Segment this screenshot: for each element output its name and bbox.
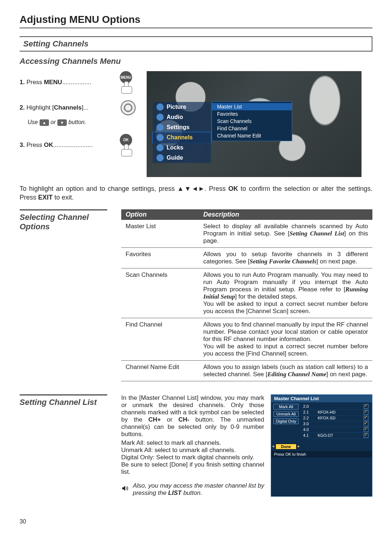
option-name: Scan Channels [121, 271, 199, 315]
steps-column: 1. Press MENU................. MENU 2. H… [20, 71, 136, 177]
option-desc: Allows you to setup favorite channels in… [199, 251, 372, 265]
setting-channel-list-label: Setting Channel List [20, 398, 107, 407]
label-rule [20, 209, 107, 210]
osd-tab-icon [156, 124, 164, 131]
osd-tab-locks: Locks [153, 143, 211, 153]
scl-line: Digital Only: Select to mark digital cha… [121, 454, 264, 461]
setting-channel-list-text: In the [Master Channel List] window, you… [121, 394, 264, 497]
mcl-row: 3.0 [302, 421, 370, 427]
selecting-channel-options-label: Selecting Channel Options [20, 213, 107, 231]
options-table: Option Description Master ListSelect to … [121, 209, 372, 381]
use-buttons-hint: Use ▲ or ▼ button. [28, 119, 136, 126]
option-name: Favorites [121, 251, 199, 265]
step1-dots: ................. [62, 79, 91, 86]
tick-icon [364, 404, 368, 409]
step3-dots: ....................... [53, 141, 93, 148]
page-number: 30 [20, 518, 372, 525]
page-title: Adjusting MENU Options [20, 14, 372, 25]
master-channel-list-screenshot: Master Channel List Mark AllUnmark AllDi… [271, 394, 372, 497]
step2-suffix: ]... [82, 104, 89, 111]
osd-tab-channels: Channels [153, 132, 211, 143]
option-desc: Allows you to run Auto Program manually.… [199, 271, 372, 315]
col-description: Description [199, 209, 372, 220]
option-desc: Allows you to find channel manually by i… [199, 321, 372, 357]
step2-num: 2. [20, 104, 25, 111]
mcl-row: 4.0 [302, 427, 370, 433]
step2-bold: Channels [54, 104, 82, 111]
step3-text: Press [25, 141, 44, 148]
osd-sub-item: Favorites [212, 110, 292, 118]
tick-icon [364, 427, 368, 432]
section-bar: Setting Channels [20, 36, 372, 52]
step1-bold: MENU [44, 79, 62, 86]
tick-icon [364, 416, 368, 420]
mcl-row: 2.1KFOX-HD [302, 410, 370, 415]
speaker-icon [121, 484, 129, 494]
scl-line: Unmark All: select to unmark all channel… [121, 447, 264, 454]
scl-line: Be sure to select [Done] if you finish s… [121, 461, 264, 476]
mcl-footer: Press OK to finish [271, 451, 372, 457]
option-row: Master ListSelect to display all availab… [121, 220, 372, 248]
menu-remote-icon: MENU [116, 71, 136, 94]
osd-tab-icon [156, 134, 164, 141]
channels-remote-icon [121, 100, 136, 115]
down-arrow-icon: ▼ [57, 119, 67, 126]
tick-icon [364, 422, 368, 426]
mcl-button: Unmark All [273, 411, 299, 417]
osd-sub-item: Master List [212, 103, 292, 110]
tv-osd-screenshot: PictureAudioSettingsChannelsLocksGuide M… [147, 71, 362, 177]
osd-tab-icon [156, 114, 164, 121]
mcl-button: Mark All [273, 404, 299, 410]
title-rule [20, 28, 372, 28]
step2-text: Highlight [ [25, 104, 54, 111]
mcl-row: 4.1KGO-DT [302, 433, 370, 439]
step3-bold: OK [44, 141, 53, 148]
ok-remote-icon: OK [116, 134, 136, 156]
osd-sub-item: Channel Name Edit [212, 132, 292, 139]
osd-tab-picture: Picture [153, 102, 211, 112]
subtitle-accessing: Accessing Channels Menu [20, 57, 372, 66]
mcl-done-button: Done [275, 444, 297, 450]
instruction-paragraph: To highlight an option and to change set… [20, 184, 372, 202]
col-option: Option [121, 209, 199, 220]
option-row: FavoritesAllows you to setup favorite ch… [121, 248, 372, 268]
osd-tab-icon [156, 154, 164, 161]
osd-tab-guide: Guide [153, 153, 211, 163]
osd-sub-item: Find Channel [212, 125, 292, 132]
step1-text: Press [25, 79, 44, 86]
up-arrow-icon: ▲ [40, 119, 49, 126]
osd-sub-item: Scan Channels [212, 118, 292, 125]
osd-tab-settings: Settings [153, 122, 211, 132]
option-desc: Allows you to assign labels (such as sta… [199, 364, 372, 378]
option-desc: Select to display all available channels… [199, 223, 372, 245]
osd-tab-audio: Audio [153, 112, 211, 122]
option-row: Channel Name EditAllows you to assign la… [121, 361, 372, 381]
osd-tab-icon [156, 144, 164, 151]
option-name: Find Channel [121, 321, 199, 357]
option-row: Scan ChannelsAllows you to run Auto Prog… [121, 268, 372, 318]
tick-icon [364, 433, 368, 438]
mcl-row: 2.2KFOX-SD [302, 415, 370, 421]
tick-icon [364, 410, 368, 415]
step3-num: 3. [20, 141, 25, 148]
label-rule-2 [20, 394, 107, 395]
option-name: Channel Name Edit [121, 364, 199, 378]
mcl-row: 2.0 [302, 404, 370, 410]
mcl-button: Digital Only [273, 418, 299, 424]
option-name: Master List [121, 223, 199, 245]
osd-tab-icon [156, 103, 164, 111]
step1-num: 1. [20, 79, 25, 86]
option-row: Find ChannelAllows you to find channel m… [121, 318, 372, 361]
mcl-title: Master Channel List [271, 395, 372, 402]
scl-line: Mark All: select to mark all channels. [121, 439, 264, 447]
